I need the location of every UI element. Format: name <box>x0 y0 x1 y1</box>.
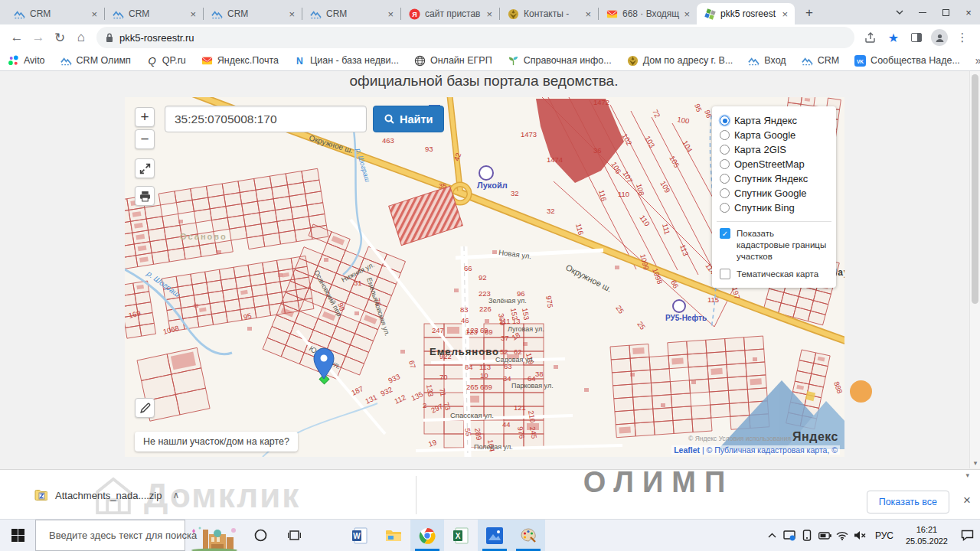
tab-close-icon[interactable]: × <box>583 8 593 20</box>
browser-tab-2[interactable]: CRM× <box>204 3 302 24</box>
bookmark-star-icon[interactable]: ★ <box>882 27 905 48</box>
start-button[interactable] <box>0 520 35 551</box>
radio-icon[interactable] <box>720 174 730 184</box>
layer-option-3[interactable]: OpenStreetMap <box>720 157 828 171</box>
language-indicator[interactable]: РУС <box>869 530 900 541</box>
lukoil-poi-icon[interactable] <box>479 166 493 180</box>
radio-icon[interactable] <box>720 145 730 155</box>
layer-option-1[interactable]: Карта Google <box>720 128 828 142</box>
layer-option-0[interactable]: Карта Яндекс <box>720 113 828 128</box>
side-panel-icon[interactable] <box>905 27 928 48</box>
tab-close-icon[interactable]: × <box>779 8 790 20</box>
browser-tab-0[interactable]: CRM× <box>6 3 104 24</box>
tab-close-icon[interactable]: × <box>385 8 396 20</box>
bookmark-item-8[interactable]: Вход <box>748 55 786 67</box>
show-all-downloads-button[interactable]: Показать все <box>867 491 949 514</box>
bookmark-item-4[interactable]: NЦиан - база недви... <box>294 55 399 67</box>
cadastral-map-canvas[interactable]: 4631472147314743642353232937295961001021… <box>125 97 844 457</box>
zoom-in-button[interactable]: + <box>135 107 155 127</box>
taskbar-search-box[interactable]: Введите здесь текст для поиска <box>35 520 185 551</box>
search-button[interactable]: Найти <box>373 106 444 132</box>
layer-checkbox-0[interactable]: ✓Показать кадастровые границы участков <box>720 228 828 262</box>
bookmark-item-7[interactable]: Дом по адресу г. В... <box>627 55 733 67</box>
wifi-tray-icon[interactable] <box>834 520 851 551</box>
file-explorer-icon[interactable] <box>377 520 410 551</box>
forward-icon[interactable]: → <box>28 27 49 48</box>
tab-search-icon[interactable] <box>888 0 911 24</box>
close-window-button[interactable]: × <box>957 0 980 24</box>
checkbox-icon[interactable]: ✓ <box>720 228 730 239</box>
browser-tab-5[interactable]: Контакты -× <box>500 3 598 24</box>
browser-tab-7[interactable]: pkk5 rosreest× <box>697 3 795 24</box>
layer-option-6[interactable]: Спутник Bing <box>720 201 828 215</box>
reload-icon[interactable]: ↻ <box>49 27 70 48</box>
browser-menu-icon[interactable]: ⋮ <box>951 27 974 48</box>
bookmark-item-6[interactable]: Справочная инфо... <box>508 55 612 67</box>
not-found-tooltip[interactable]: Не нашли участок/дом на карте? <box>135 432 298 452</box>
back-icon[interactable]: ← <box>6 27 28 48</box>
battery-tray-icon[interactable] <box>816 520 834 551</box>
bookmarks-overflow-icon[interactable]: » <box>975 54 980 67</box>
browser-tab-1[interactable]: CRM× <box>105 3 203 24</box>
cadastral-search-input[interactable] <box>165 106 367 132</box>
bookmark-item-10[interactable]: VKСообщества Наде... <box>854 55 960 67</box>
volume-muted-tray-icon[interactable] <box>851 520 869 551</box>
tab-close-icon[interactable]: × <box>188 8 198 20</box>
tab-close-icon[interactable]: × <box>89 8 100 20</box>
minimize-button[interactable] <box>911 0 934 24</box>
home-icon[interactable]: ⌂ <box>70 27 92 48</box>
paint-app-icon[interactable] <box>511 520 545 551</box>
crm-tab-icon <box>14 8 25 20</box>
page-scrollbar[interactable]: ▾ <box>969 71 980 468</box>
search-highlight-illustration[interactable] <box>185 520 243 551</box>
bookmark-item-2[interactable]: QQP.ru <box>146 55 186 67</box>
browser-tab-4[interactable]: Ясайт пристав× <box>401 3 499 24</box>
radio-icon[interactable] <box>720 116 730 126</box>
taskbar-clock[interactable]: 16:21 25.05.2022 <box>900 524 954 547</box>
radio-icon[interactable] <box>720 130 730 140</box>
task-view-button[interactable] <box>277 520 311 551</box>
profile-avatar[interactable] <box>928 27 951 48</box>
close-shelf-icon[interactable]: × <box>963 493 971 508</box>
cortana-button[interactable] <box>243 520 277 551</box>
layer-option-5[interactable]: Спутник Google <box>720 186 828 201</box>
layer-option-4[interactable]: Спутник Яндекс <box>720 171 828 186</box>
downloaded-file-chip[interactable]: Attachments_nada....zip ∧ <box>34 481 179 510</box>
ru5-poi-icon[interactable] <box>673 300 685 312</box>
share-icon[interactable] <box>859 27 882 48</box>
bookmark-item-9[interactable]: CRM <box>802 55 839 67</box>
excel-app-icon[interactable]: X <box>444 520 478 551</box>
zoom-out-button[interactable]: − <box>135 129 155 149</box>
draw-pencil-button[interactable] <box>135 398 155 418</box>
maximize-button[interactable] <box>934 0 957 24</box>
checkbox-icon[interactable] <box>720 269 730 279</box>
photos-app-icon[interactable] <box>478 520 511 551</box>
chrome-app-icon[interactable] <box>410 520 444 551</box>
print-button[interactable] <box>135 186 155 206</box>
fullscreen-button[interactable] <box>135 158 155 178</box>
layer-option-2[interactable]: Карта 2GIS <box>720 142 828 157</box>
bookmark-item-0[interactable]: Avito <box>8 55 45 67</box>
bookmark-item-3[interactable]: Яндекс.Почта <box>201 55 279 67</box>
browser-tab-3[interactable]: CRM× <box>302 3 400 24</box>
bookmark-item-5[interactable]: Онлайн ЕГРП <box>414 55 492 67</box>
radio-icon[interactable] <box>720 159 730 169</box>
layer-checkbox-1[interactable]: Тематическая карта <box>720 269 828 280</box>
display-tray-icon[interactable] <box>781 520 799 551</box>
scrollbar-thumb[interactable] <box>972 74 978 304</box>
tab-close-icon[interactable]: × <box>681 8 692 20</box>
tray-expand-icon[interactable] <box>763 520 781 551</box>
radio-icon[interactable] <box>720 203 730 213</box>
leaflet-link[interactable]: Leaflet <box>674 445 700 455</box>
device-tray-icon[interactable] <box>799 520 816 551</box>
browser-tab-6[interactable]: 668 · Входящ× <box>599 3 697 24</box>
word-app-icon[interactable]: W <box>343 520 377 551</box>
tab-close-icon[interactable]: × <box>484 8 495 20</box>
bookmark-item-1[interactable]: CRM Олимп <box>60 55 131 67</box>
file-chevron-icon[interactable]: ∧ <box>172 490 179 500</box>
new-tab-button[interactable]: + <box>799 3 819 23</box>
address-bar[interactable]: pkk5-rosreestr.ru <box>96 27 854 48</box>
radio-icon[interactable] <box>720 188 730 198</box>
tab-close-icon[interactable]: × <box>286 8 297 20</box>
action-center-icon[interactable] <box>954 520 980 551</box>
